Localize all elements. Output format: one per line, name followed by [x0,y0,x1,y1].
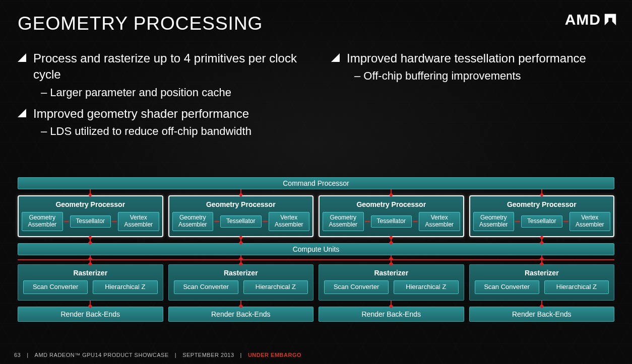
connector-line-icon [541,255,542,259]
connector-line-icon [391,255,392,259]
connector-line-icon [214,221,219,222]
block-title: Geometry Processor [22,200,159,208]
geometry-assembler-unit: Geometry Assembler [323,212,364,231]
bullet-triangle-icon [331,53,340,62]
page-number: 63 [14,352,21,358]
block-title: Geometry Processor [172,200,310,208]
connector-bidir-icon [90,237,91,243]
tessellator-unit: Tessellator [220,215,262,228]
scan-converter-unit: Scan Converter [475,280,539,294]
geometry-assembler-unit: Geometry Assembler [22,212,63,231]
vertex-assembler-unit: Vertex Assembler [570,212,611,231]
connector-row [18,255,614,259]
connector-row [18,260,614,264]
connector-arrow-icon [541,260,542,264]
render-backends-block: Render Back-Ends [469,307,615,322]
rasterizer-row: Rasterizer Scan Converter Hierarchical Z… [18,264,614,301]
bullet-item: Process and rasterize up to 4 primitives… [18,50,301,83]
block-title: Geometry Processor [473,200,611,208]
vertex-assembler-unit: Vertex Assembler [269,212,310,231]
connector-bidir-icon [240,237,241,243]
compute-units-bar: Compute Units [18,243,614,255]
connector-arrow-icon [90,301,91,307]
bullet-sub: Off-chip buffering improvements [354,68,614,84]
bullet-sub: Larger parameter and position cache [41,85,301,101]
svg-marker-3 [18,109,26,117]
connector-line-icon [112,221,117,222]
scan-converter-unit: Scan Converter [324,280,389,294]
command-processor-bar: Command Processor [18,177,614,189]
render-backends-block: Render Back-Ends [168,307,314,322]
geometry-processor-block: Geometry Processor Geometry Assembler Te… [168,195,314,237]
svg-marker-2 [18,53,26,62]
bullet-text: Improved geometry shader performance [33,106,249,122]
separator-icon: | [27,352,28,358]
connector-line-icon [413,221,418,222]
connector-row [18,237,614,243]
connector-line-icon [263,221,268,222]
hierarchical-z-unit: Hierarchical Z [394,280,458,294]
bullet-column-right: Improved hardware tessellation performan… [331,50,614,144]
bullet-triangle-icon [18,53,26,62]
geometry-assembler-unit: Geometry Assembler [172,212,214,231]
connector-arrow-icon [541,189,542,195]
connector-line-icon [90,255,91,259]
rasterizer-block: Rasterizer Scan Converter Hierarchical Z [469,264,615,301]
connector-arrow-icon [240,301,241,307]
connector-arrow-icon [240,189,241,195]
hierarchical-z-unit: Hierarchical Z [544,280,609,294]
connector-arrow-icon [391,301,392,307]
render-backends-block: Render Back-Ends [18,307,163,322]
connector-arrow-icon [541,301,542,307]
bullet-text: Process and rasterize up to 4 primitives… [33,50,301,83]
connector-arrow-icon [391,189,392,195]
connector-line-icon [365,221,370,222]
connector-line-icon [240,255,241,259]
rasterizer-block: Rasterizer Scan Converter Hierarchical Z [18,264,163,301]
connector-row [18,301,614,307]
bullet-columns: Process and rasterize up to 4 primitives… [18,50,614,144]
connector-line-icon [64,221,69,222]
bullet-text: Improved hardware tessellation performan… [347,50,586,66]
scan-converter-unit: Scan Converter [23,280,88,294]
architecture-diagram: Command Processor Geometry Processor Geo… [18,177,614,322]
connector-bidir-icon [541,237,542,243]
connector-arrow-icon [391,260,392,264]
bullet-triangle-icon [18,109,26,117]
block-title: Geometry Processor [323,200,460,208]
vertex-assembler-unit: Vertex Assembler [118,212,159,231]
connector-arrow-icon [240,260,241,264]
amd-logo: AMD [565,11,618,28]
slide-footer: 63 | AMD RADEON™ GPU14 PRODUCT SHOWCASE … [14,352,301,358]
connector-row [18,189,614,195]
vertex-assembler-unit: Vertex Assembler [419,212,460,231]
geometry-processor-block: Geometry Processor Geometry Assembler Te… [319,195,464,237]
tessellator-unit: Tessellator [521,215,562,228]
amd-arrow-icon [603,12,618,27]
bullet-item: Improved hardware tessellation performan… [331,50,614,66]
separator-icon: | [240,352,242,358]
connector-line-icon [515,221,520,222]
footer-date: SEPTEMBER 2013 [182,352,234,358]
geometry-processor-block: Geometry Processor Geometry Assembler Te… [18,195,163,237]
connector-bidir-icon [391,237,392,243]
tessellator-unit: Tessellator [70,215,111,228]
rasterizer-block: Rasterizer Scan Converter Hierarchical Z [168,264,314,301]
block-title: Rasterizer [174,269,308,277]
logo-text: AMD [565,11,601,28]
svg-marker-4 [331,53,340,62]
render-backends-row: Render Back-Ends Render Back-Ends Render… [18,307,614,322]
render-backends-block: Render Back-Ends [319,307,464,322]
separator-icon: | [175,352,176,358]
scan-converter-unit: Scan Converter [174,280,238,294]
connector-arrow-icon [90,189,91,195]
tessellator-unit: Tessellator [371,215,412,228]
hierarchical-z-unit: Hierarchical Z [93,280,157,294]
connector-arrow-icon [90,260,91,264]
footer-product: AMD RADEON™ GPU14 PRODUCT SHOWCASE [35,352,169,358]
block-title: Rasterizer [475,269,609,277]
rasterizer-block: Rasterizer Scan Converter Hierarchical Z [319,264,464,301]
geometry-processor-block: Geometry Processor Geometry Assembler Te… [469,195,615,237]
hierarchical-z-unit: Hierarchical Z [243,280,308,294]
embargo-label: UNDER EMBARGO [248,352,301,358]
